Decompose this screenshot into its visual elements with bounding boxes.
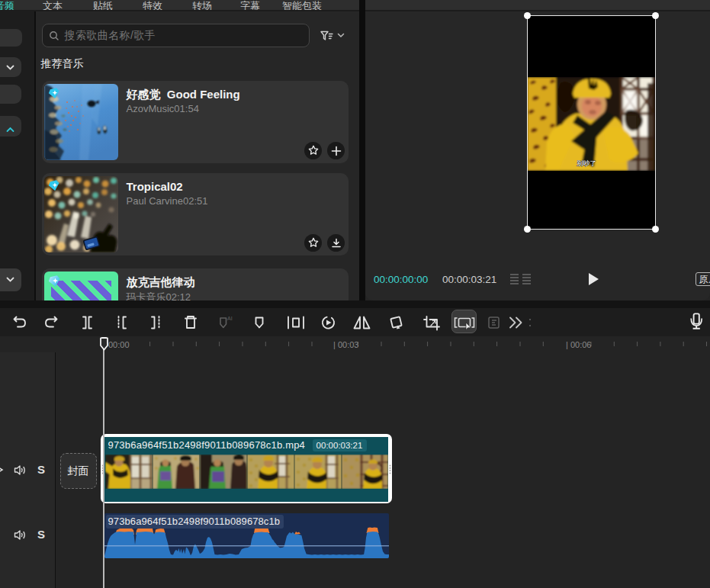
svg-text:00:00: 00:00 (108, 340, 130, 349)
svg-text:AI: AI (227, 316, 233, 321)
svg-text:| 00:06: | 00:06 (566, 340, 591, 349)
svg-text:| 00:03: | 00:03 (333, 340, 358, 349)
